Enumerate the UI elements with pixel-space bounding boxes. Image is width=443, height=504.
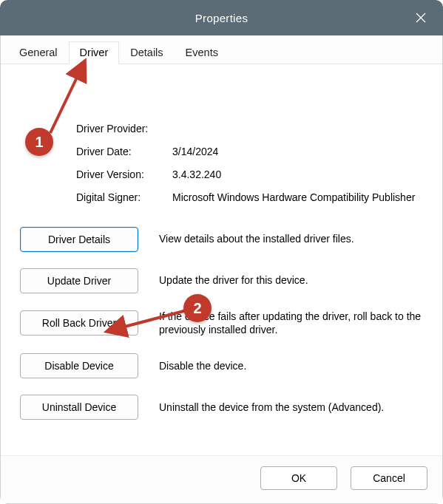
window-body: General Driver Details Events Driver Pro… (0, 35, 443, 504)
cancel-button[interactable]: Cancel (351, 466, 427, 490)
driver-actions: Driver Details View details about the in… (20, 227, 423, 420)
driver-info: Driver Provider: Driver Date: 3/14/2024 … (76, 122, 423, 205)
disable-device-desc: Disable the device. (159, 359, 423, 373)
driver-version-label: Driver Version: (76, 168, 172, 182)
close-button[interactable] (402, 0, 440, 35)
annotation-badge-1-text: 1 (35, 134, 43, 151)
close-icon (416, 13, 426, 23)
tab-driver[interactable]: Driver (69, 41, 120, 64)
window-title: Properties (195, 12, 248, 24)
roll-back-driver-button[interactable]: Roll Back Driver (20, 310, 138, 336)
annotation-badge-1: 1 (25, 128, 53, 156)
dialog-footer: OK Cancel (1, 455, 442, 503)
driver-version-value: 3.4.32.240 (172, 168, 423, 182)
ok-button[interactable]: OK (260, 466, 337, 490)
driver-details-button[interactable]: Driver Details (20, 227, 138, 252)
driver-provider-value (172, 122, 423, 136)
titlebar: Properties (0, 0, 443, 35)
tab-content: Driver Provider: Driver Date: 3/14/2024 … (1, 64, 442, 455)
uninstall-device-desc: Uninstall the device from the system (Ad… (159, 401, 423, 415)
driver-provider-label: Driver Provider: (76, 122, 172, 136)
digital-signer-value: Microsoft Windows Hardware Compatibility… (172, 191, 423, 205)
update-driver-button[interactable]: Update Driver (20, 268, 138, 293)
tab-events[interactable]: Events (175, 41, 229, 64)
driver-date-label: Driver Date: (76, 145, 172, 159)
tab-general[interactable]: General (8, 41, 69, 64)
driver-date-value: 3/14/2024 (172, 145, 423, 159)
disable-device-button[interactable]: Disable Device (20, 353, 138, 378)
driver-details-desc: View details about the installed driver … (159, 232, 423, 246)
tab-details[interactable]: Details (119, 41, 174, 64)
tab-strip: General Driver Details Events (1, 35, 442, 64)
annotation-badge-2-text: 2 (193, 300, 201, 317)
update-driver-desc: Update the driver for this device. (159, 273, 423, 287)
digital-signer-label: Digital Signer: (76, 191, 172, 205)
uninstall-device-button[interactable]: Uninstall Device (20, 395, 138, 420)
annotation-badge-2: 2 (183, 294, 212, 322)
